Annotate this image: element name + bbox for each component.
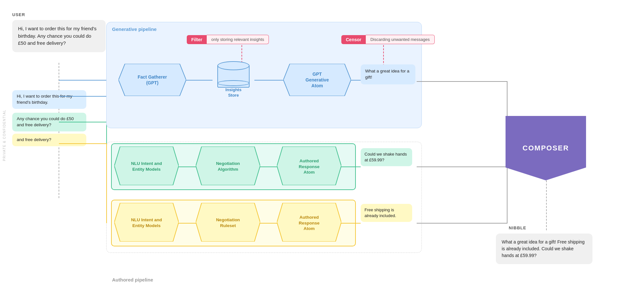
output-bubble-yellow: Free shipping is already included. (361, 204, 412, 222)
svg-marker-6 (196, 203, 260, 242)
svg-marker-5 (114, 203, 179, 242)
composer-dashed-line (546, 180, 547, 230)
fact-gatherer: Fact Gatherer (GPT) (118, 64, 186, 96)
arrow-gpt-to-out (351, 80, 361, 81)
filter-badge: Filter only storing relevant insights (187, 35, 269, 44)
arrow-yellow2 (260, 223, 278, 224)
nibble-bubble: What a great idea for a gift! Free shipp… (496, 234, 592, 264)
line-yellow-to-composer (417, 223, 507, 224)
yellow-negotiation: Negotiation Ruleset (196, 203, 260, 243)
line-teal-row (59, 122, 107, 122)
green-authored: Authored Response Atom (277, 147, 341, 186)
green-negotiation: Negotiation Algorithm (196, 147, 260, 186)
split-bubble-birthday: Hi, I want to order this for my friend's… (12, 90, 86, 109)
filter-label: Filter (187, 35, 207, 44)
private-confidential: PRIVATE & CONFIDENTIAL (3, 110, 6, 161)
arrow-yellow1 (179, 223, 196, 224)
svg-marker-2 (114, 147, 179, 185)
user-label: USER (12, 12, 25, 17)
green-nlu: NLU Intent and Entity Models (114, 147, 179, 186)
arrow-is-to-gpt (254, 80, 283, 81)
gpt-generative-atom: GPT Generative Atom (283, 64, 351, 96)
composer-container: COMPOSER (506, 116, 586, 180)
arrow-fg-to-is (186, 80, 213, 81)
line-teal-to-composer (417, 167, 507, 167)
authored-pipeline-label: Authored pipeline (112, 277, 153, 282)
insights-store-label: Insights Store (225, 87, 242, 98)
censor-label: Censor (341, 35, 366, 44)
user-bubble: Hi, I want to order this for my friend's… (12, 20, 106, 52)
arrow-yellow3 (341, 223, 361, 224)
gen-pipeline-label: Generative pipeline (112, 26, 156, 32)
arrow-green3 (341, 167, 361, 167)
censor-badge: Censor Discarding unwanted messages (341, 35, 435, 44)
svg-marker-7 (277, 203, 341, 242)
svg-marker-1 (283, 64, 351, 96)
arrow-green2 (260, 167, 278, 167)
vert-yellow-connect (106, 143, 107, 223)
censor-desc: Discarding unwanted messages (366, 35, 434, 44)
cylinder-top (217, 61, 250, 70)
svg-marker-0 (118, 64, 186, 96)
yellow-nlu: NLU Intent and Entity Models (114, 203, 179, 243)
insights-store: Insights Store (213, 61, 254, 98)
nibble-label: NIBBLE (509, 225, 526, 230)
split-bubble-delivery: and free delivery? (12, 134, 86, 146)
svg-marker-3 (196, 147, 260, 185)
line-gen-to-composer (417, 81, 507, 82)
svg-marker-4 (277, 147, 341, 185)
line-yellow-row (59, 143, 107, 144)
filter-desc: only storing relevant insights (207, 35, 269, 44)
composer-label: COMPOSER (523, 144, 569, 152)
output-bubble-gen: What a great idea for a gift! (361, 64, 415, 84)
output-bubble-teal: Could we shake hands at £59.99? (361, 148, 412, 166)
arrow-green1 (179, 167, 196, 167)
yellow-authored: Authored Response Atom (277, 203, 341, 243)
